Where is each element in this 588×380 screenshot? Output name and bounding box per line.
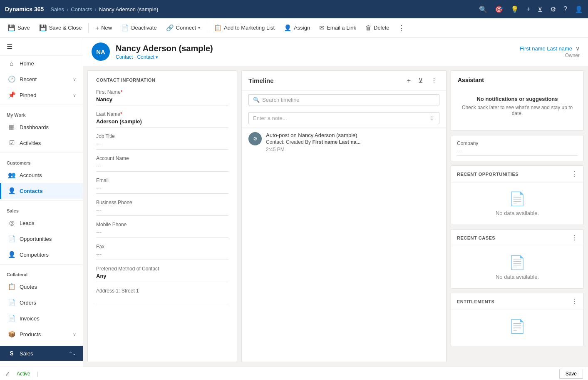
assistant-empty-title: No notifications or suggestions — [458, 96, 577, 102]
sidebar-item-contacts[interactable]: 👤 Contacts — [0, 183, 83, 199]
field-label-business-phone: Business Phone — [96, 200, 228, 205]
lightbulb-icon[interactable]: 💡 — [511, 5, 519, 13]
field-label-mobile-phone: Mobile Phone — [96, 222, 228, 228]
timeline-entry-sub-bold: First name Last na... — [312, 139, 360, 145]
target-icon[interactable]: 🎯 — [495, 5, 503, 13]
sidebar-item-quotes[interactable]: 📋 Quotes — [0, 279, 83, 295]
field-first-name: First Name* Nancy — [96, 89, 228, 105]
save-icon: 💾 — [7, 24, 15, 32]
recent-cases-no-data: No data available. — [459, 274, 575, 280]
recent-opportunities-more-button[interactable]: ⋮ — [571, 170, 578, 178]
recent-cases-title: RECENT CASES — [457, 235, 571, 240]
assistant-empty-sub: Check back later to see what's new and s… — [458, 105, 577, 116]
save-button[interactable]: 💾 Save — [3, 22, 34, 34]
email-link-button[interactable]: ✉ Email a Link — [315, 22, 360, 34]
activities-icon: ☑ — [8, 139, 15, 147]
avatar: NA — [92, 42, 110, 61]
more-options-button[interactable]: ⋮ — [394, 21, 409, 35]
timeline-note-placeholder: Enter a note... — [253, 115, 287, 121]
owner-name[interactable]: First name Last name — [520, 45, 572, 52]
record-type2[interactable]: Contact — [137, 54, 154, 60]
status-save-button[interactable]: Save — [559, 369, 583, 379]
entitlements-more-button[interactable]: ⋮ — [571, 298, 578, 305]
record-type2-arrow[interactable]: ▾ — [156, 55, 158, 60]
sidebar-item-activities[interactable]: ☑ Activities — [0, 135, 83, 151]
user-icon[interactable]: 👤 — [575, 5, 583, 13]
hamburger-menu[interactable]: ☰ — [0, 38, 83, 56]
company-panel: Company --- — [451, 135, 584, 161]
breadcrumb-contacts[interactable]: Contacts — [71, 6, 92, 12]
sidebar-divider-1 — [0, 105, 83, 105]
delete-icon: 🗑 — [365, 24, 372, 31]
timeline-entry-sub-prefix: Contact: Created By — [266, 139, 312, 145]
timeline-entry-sub: Contact: Created By First name Last na..… — [266, 139, 439, 145]
timeline-search[interactable]: 🔍 Search timeline — [248, 94, 439, 105]
sidebar-item-pinned[interactable]: 📌 Pinned ∨ — [0, 87, 83, 103]
timeline-note-input[interactable]: Enter a note... 🎙 — [248, 112, 439, 124]
sidebar-divider-5 — [0, 344, 83, 344]
add-marketing-button[interactable]: 📋 Add to Marketing List — [210, 22, 279, 34]
filter-icon[interactable]: ⊻ — [538, 5, 543, 13]
record-name: Nancy Aderson (sample) — [116, 44, 213, 53]
timeline-panel: Timeline + ⊻ ⋮ 🔍 Search timeline Enter a… — [241, 70, 447, 362]
timeline-add-button[interactable]: + — [405, 76, 413, 85]
timeline-entry-content: Auto-post on Nancy Aderson (sample) Cont… — [266, 132, 439, 152]
recent-icon: 🕐 — [8, 75, 15, 83]
timeline-more-button[interactable]: ⋮ — [429, 76, 439, 85]
recent-cases-more-button[interactable]: ⋮ — [571, 234, 578, 242]
sidebar-item-sales-area[interactable]: S Sales ⌃⌄ — [0, 346, 83, 361]
add-icon[interactable]: + — [526, 5, 530, 13]
sidebar-item-accounts[interactable]: 👥 Accounts — [0, 167, 83, 183]
field-value-fax[interactable]: --- — [96, 251, 228, 260]
field-value-address1-street1[interactable] — [96, 295, 228, 304]
field-value-account-name[interactable]: --- — [96, 162, 228, 172]
search-icon[interactable]: 🔍 — [479, 5, 487, 13]
field-value-business-phone[interactable]: --- — [96, 207, 228, 216]
breadcrumb-sales[interactable]: Sales — [50, 6, 64, 12]
sidebar-item-orders[interactable]: 📄 Orders — [0, 295, 83, 310]
entitlements-header: ENTITLEMENTS ⋮ — [451, 293, 583, 310]
connect-dropdown-arrow[interactable]: ▾ — [198, 25, 200, 30]
section-collateral: Collateral — [0, 266, 83, 279]
field-value-job-title[interactable]: --- — [96, 140, 228, 150]
record-type1[interactable]: Contact — [116, 54, 133, 60]
sidebar-item-recent[interactable]: 🕐 Recent ∨ — [0, 71, 83, 87]
field-value-last-name[interactable]: Aderson (sample) — [96, 118, 228, 128]
help-icon[interactable]: ? — [563, 5, 567, 13]
sidebar-item-opportunities[interactable]: 📄 Opportunities — [0, 231, 83, 247]
deactivate-button[interactable]: 📄 Deactivate — [117, 22, 161, 34]
sidebar-item-competitors[interactable]: 👤 Competitors — [0, 247, 83, 262]
owner-label: Owner — [520, 52, 580, 58]
connect-button[interactable]: 🔗 Connect ▾ — [162, 22, 204, 34]
sidebar-item-invoices[interactable]: 📄 Invoices — [0, 310, 83, 326]
field-address1-street1: Address 1: Street 1 — [96, 288, 228, 304]
delete-button[interactable]: 🗑 Delete — [361, 22, 394, 33]
field-label-address1-street1: Address 1: Street 1 — [96, 288, 228, 294]
sidebar-item-leads[interactable]: ◎ Leads — [0, 215, 83, 231]
field-value-preferred-contact[interactable]: Any — [96, 273, 228, 282]
field-value-email[interactable]: --- — [96, 185, 228, 194]
field-value-mobile-phone[interactable]: --- — [96, 229, 228, 238]
sidebar-item-products[interactable]: 📦 Products ∨ — [0, 326, 83, 342]
sales-area-icon: S — [8, 350, 15, 357]
sidebar: ☰ ⌂ Home 🕐 Recent ∨ 📌 Pinned ∨ My Work ▦… — [0, 38, 83, 367]
company-label: Company — [457, 140, 578, 146]
settings-icon[interactable]: ⚙ — [550, 5, 556, 13]
expand-icon[interactable]: ⤢ — [5, 370, 10, 377]
company-value[interactable]: --- — [457, 148, 578, 156]
owner-expand-icon[interactable]: ∨ — [576, 45, 580, 52]
timeline-filter-button[interactable]: ⊻ — [416, 76, 425, 85]
owner-section: First name Last name ∨ Owner — [520, 45, 580, 58]
new-button[interactable]: + New — [91, 22, 116, 33]
save-close-button[interactable]: 💾 Save & Close — [35, 22, 86, 34]
recent-opportunities-panel: RECENT OPPORTUNITIES ⋮ 📄 No data availab… — [451, 165, 584, 225]
content-area: NA Nancy Aderson (sample) Contact · Cont… — [83, 38, 588, 367]
field-value-first-name[interactable]: Nancy — [96, 96, 228, 105]
company-panel-body: Company --- — [451, 135, 583, 161]
nav-brand[interactable]: Dynamics 365 — [5, 6, 44, 12]
sidebar-item-home[interactable]: ⌂ Home — [0, 56, 83, 71]
connect-icon: 🔗 — [166, 24, 174, 32]
assign-button[interactable]: 👤 Assign — [280, 22, 314, 34]
sidebar-item-dashboards[interactable]: ▦ Dashboards — [0, 119, 83, 135]
timeline-note-mic-icon[interactable]: 🎙 — [429, 115, 435, 121]
